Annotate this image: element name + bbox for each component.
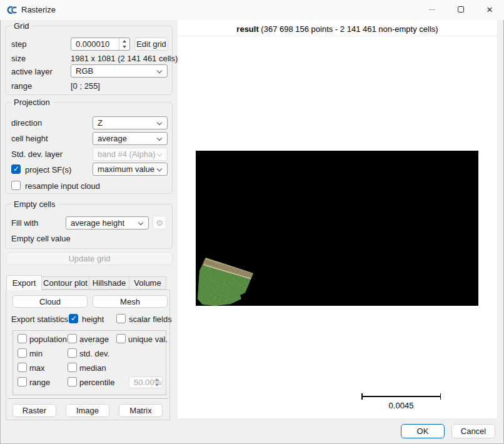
- empty-cells-settings-button[interactable]: ⚙: [153, 216, 166, 230]
- step-down-button[interactable]: [119, 44, 129, 51]
- scale-bar-left-tick: [361, 393, 363, 400]
- percentile-checkbox[interactable]: [68, 377, 77, 386]
- chevron-down-icon: [138, 220, 143, 225]
- height-label: height: [82, 315, 104, 324]
- max-checkbox[interactable]: [18, 363, 27, 372]
- percentile-down-button: [152, 383, 162, 388]
- step-spinbox[interactable]: 0.000010: [71, 38, 130, 51]
- fill-with-value: average height: [71, 218, 124, 228]
- project-sf-combo[interactable]: maximum value: [93, 163, 168, 176]
- empty-cell-value-label: Empty cell value: [11, 234, 71, 243]
- cell-height-value: average: [98, 134, 127, 143]
- rasterize-dialog: Rasterize × Grid step 0.000010 Edit grid…: [0, 0, 504, 444]
- active-layer-label: active layer: [11, 67, 53, 76]
- average-checkbox[interactable]: [68, 334, 77, 343]
- preview-viewport[interactable]: result (367 698 156 points - 2 141 461 n…: [178, 20, 497, 418]
- std-dev-layer-value: band #4 (Alpha): [98, 149, 156, 159]
- chevron-down-icon: [157, 151, 162, 156]
- tab-contour-plot-label: Contour plot: [43, 278, 88, 288]
- cloud-button[interactable]: Cloud: [13, 295, 88, 308]
- up-arrow-icon: [155, 378, 159, 381]
- step-up-button[interactable]: [119, 38, 129, 44]
- scale-bar-right-tick: [440, 393, 441, 400]
- cloudcompare-logo-icon: [6, 5, 18, 15]
- std-dev-checkbox[interactable]: [68, 348, 77, 358]
- direction-combo[interactable]: Z: [93, 116, 168, 129]
- tab-export[interactable]: Export: [6, 275, 42, 290]
- title-bar[interactable]: Rasterize ×: [0, 0, 504, 20]
- range-label: range: [11, 81, 32, 91]
- average-label: average: [79, 335, 109, 344]
- fill-with-combo[interactable]: average height: [66, 216, 149, 230]
- chevron-down-icon: [157, 120, 162, 125]
- down-arrow-icon: [123, 46, 126, 48]
- median-label: median: [79, 363, 106, 373]
- separator-line: [8, 398, 168, 400]
- unique-val-checkbox[interactable]: [116, 334, 126, 343]
- scalar-fields-label: scalar fields: [129, 315, 172, 324]
- active-layer-combo[interactable]: RGB: [71, 64, 168, 78]
- unique-val-label: unique val.: [128, 335, 168, 344]
- resample-label: resample input cloud: [25, 181, 100, 191]
- scalar-fields-checkbox[interactable]: [116, 314, 126, 323]
- chevron-down-icon: [157, 68, 162, 73]
- resample-checkbox[interactable]: [11, 181, 21, 190]
- height-checkbox[interactable]: [69, 314, 78, 323]
- min-checkbox[interactable]: [18, 348, 27, 358]
- update-grid-button[interactable]: Update grid: [6, 252, 173, 265]
- scale-value: 0.0045: [361, 401, 441, 410]
- cell-height-label: cell height: [11, 134, 48, 143]
- fill-with-label: Fill with: [11, 218, 38, 228]
- maximize-button[interactable]: [446, 0, 475, 19]
- minimize-icon: [429, 9, 435, 10]
- std-dev-layer-label: Std. dev. layer: [11, 149, 63, 159]
- median-checkbox[interactable]: [68, 363, 77, 372]
- raster-button[interactable]: Raster: [13, 404, 56, 417]
- close-button[interactable]: ×: [475, 0, 504, 19]
- tab-export-label: Export: [13, 278, 36, 288]
- tab-hillshade-label: Hillshade: [93, 278, 126, 288]
- project-sf-value: maximum value: [98, 164, 154, 174]
- maximize-icon: [458, 6, 464, 13]
- ok-button[interactable]: OK: [401, 424, 445, 438]
- close-icon: ×: [486, 4, 493, 15]
- terrain-point-cloud-image: [196, 255, 254, 306]
- direction-label: direction: [11, 118, 42, 128]
- down-arrow-icon: [155, 384, 159, 386]
- population-label: population: [29, 335, 67, 344]
- tab-contour-plot[interactable]: Contour plot: [41, 276, 89, 290]
- scale-bar-line: [361, 396, 441, 397]
- project-sf-checkbox[interactable]: [11, 164, 21, 174]
- viewport-divider: [178, 36, 497, 36]
- minimize-button[interactable]: [418, 0, 446, 19]
- up-arrow-icon: [123, 40, 126, 43]
- tab-volume[interactable]: Volume: [129, 276, 166, 290]
- max-label: max: [29, 363, 45, 373]
- result-title: result (367 698 156 points - 2 141 461 n…: [178, 24, 497, 34]
- percentile-spinbox: 50.00%: [129, 376, 163, 388]
- size-label: size: [11, 54, 26, 63]
- active-layer-value: RGB: [76, 66, 93, 76]
- step-label: step: [11, 39, 27, 49]
- grid-group-title: Grid: [11, 21, 32, 31]
- gear-icon: ⚙: [156, 218, 163, 228]
- range-checkbox[interactable]: [18, 377, 27, 386]
- percentile-up-button: [152, 377, 162, 383]
- tab-hillshade[interactable]: Hillshade: [89, 276, 129, 290]
- projection-group-title: Projection: [11, 98, 53, 107]
- mesh-button[interactable]: Mesh: [93, 295, 168, 308]
- step-value: 0.000010: [76, 39, 109, 49]
- image-button[interactable]: Image: [66, 404, 109, 417]
- cell-height-combo[interactable]: average: [93, 132, 168, 145]
- range-value: [0 ; 255]: [71, 81, 100, 91]
- cancel-button[interactable]: Cancel: [451, 424, 495, 438]
- edit-grid-button[interactable]: Edit grid: [134, 38, 168, 51]
- raster-preview-canvas[interactable]: [196, 151, 478, 306]
- population-checkbox[interactable]: [18, 334, 27, 343]
- chevron-down-icon: [157, 136, 162, 141]
- size-value: 1981 x 1081 (2 141 461 cells): [71, 54, 178, 63]
- std-dev-layer-combo: band #4 (Alpha): [93, 148, 168, 161]
- percentile-label: percentile: [79, 378, 114, 387]
- result-title-bold: result: [236, 24, 258, 34]
- matrix-button[interactable]: Matrix: [119, 404, 163, 417]
